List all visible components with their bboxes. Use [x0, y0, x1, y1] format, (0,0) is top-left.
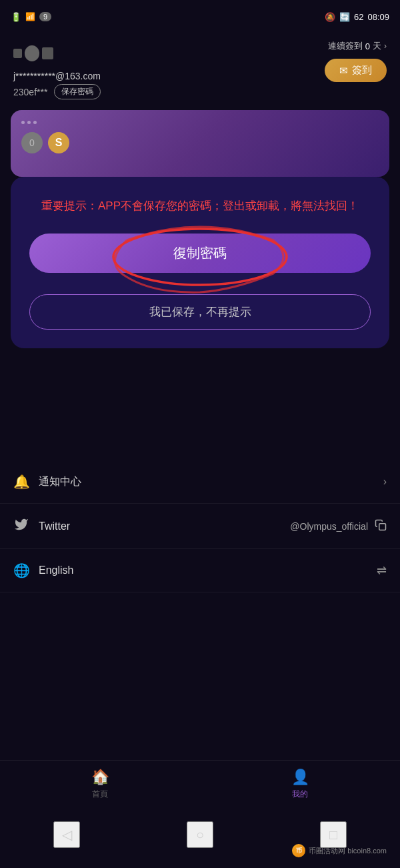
profile-label: 我的: [292, 789, 308, 800]
time-display: 08:09: [367, 12, 389, 22]
streak-row: 連續簽到 0 天 ›: [328, 40, 387, 52]
status-bar: 🔋 📶 9 🔕 🔄 62 08:09: [0, 0, 400, 33]
streak-unit: 天: [373, 40, 381, 52]
card-dot: [21, 121, 25, 124]
status-left: 🔋 📶 9: [11, 12, 51, 22]
language-menu-left: 🌐 English: [13, 562, 73, 578]
notification-menu-left: 🔔 通知中心: [13, 474, 81, 490]
notification-count: 9: [39, 12, 51, 21]
save-password-button[interactable]: 保存密碼: [54, 84, 101, 99]
bottom-nav: 🏠 首頁 👤 我的: [0, 760, 400, 808]
nav-profile[interactable]: 👤 我的: [200, 769, 400, 800]
sign-label: 簽到: [352, 64, 372, 77]
user-icon: 👤: [291, 769, 309, 786]
sign-in-button[interactable]: ✉ 簽到: [325, 59, 387, 82]
profile-code: 230ef***: [13, 87, 47, 97]
modal-warning-text: 重要提示：APP不會保存您的密碼；登出或卸載，將無法找回！: [29, 197, 371, 215]
card-icon-s: S: [48, 132, 69, 153]
twitter-icon: [13, 517, 29, 535]
language-menu-item[interactable]: 🌐 English ⇌: [0, 549, 400, 592]
watermark: 币 币圈活动网 bicoin8.com: [292, 844, 387, 857]
globe-icon: 🌐: [13, 562, 29, 578]
copy-icon: [375, 519, 387, 534]
sign-envelope-icon: ✉: [339, 65, 348, 77]
notification-label: 通知中心: [39, 475, 81, 489]
switch-icon: ⇌: [377, 563, 387, 578]
status-right: 🔕 🔄 62 08:09: [325, 12, 389, 22]
nav-home[interactable]: 🏠 首頁: [0, 769, 200, 800]
twitter-menu-left: Twitter: [13, 517, 70, 535]
modal: 重要提示：APP不會保存您的密碼；登出或卸載，將無法找回！ 復制密碼 我已保存，…: [11, 177, 389, 348]
profile-left: j***********@163.com 230ef*** 保存密碼: [13, 40, 101, 99]
avatar-row: [13, 40, 101, 67]
bell-icon: 🔔: [13, 474, 29, 490]
card-area: 0 S: [11, 110, 389, 177]
twitter-menu-right: @Olympus_official: [290, 519, 387, 534]
card-dots: [21, 121, 379, 124]
notification-menu-item[interactable]: 🔔 通知中心 ›: [0, 460, 400, 504]
watermark-text: 币圈活动网 bicoin8.com: [309, 846, 387, 856]
streak-number: 0: [365, 41, 370, 51]
home-button[interactable]: ○: [187, 821, 213, 848]
card-icon-zero: 0: [21, 132, 43, 153]
twitter-handle: @Olympus_official: [290, 521, 368, 532]
copy-button-container: 復制密碼: [29, 234, 371, 284]
notification-menu-right: ›: [383, 476, 387, 488]
twitter-menu-item[interactable]: Twitter @Olympus_official: [0, 504, 400, 549]
streak-label: 連續簽到: [328, 40, 363, 52]
home-label: 首頁: [92, 789, 108, 800]
wifi-icon: 📶: [25, 12, 35, 21]
ring-icon: 🔄: [339, 12, 350, 22]
profile-section: j***********@163.com 230ef*** 保存密碼 連續簽到 …: [0, 33, 400, 110]
back-button[interactable]: ◁: [53, 821, 80, 848]
system-nav: ◁ ○ □ 币 币圈活动网 bicoin8.com: [0, 808, 400, 868]
watermark-coin: 币: [292, 844, 305, 857]
sim-icon: 🔋: [11, 12, 21, 22]
card-dot: [27, 121, 31, 124]
profile-code-row: 230ef*** 保存密碼: [13, 84, 101, 99]
streak-chevron-icon: ›: [384, 41, 387, 51]
chevron-right-icon: ›: [383, 476, 387, 488]
avatar: [13, 40, 53, 67]
svg-rect-1: [379, 523, 386, 530]
card-icons-row: 0 S: [21, 132, 379, 153]
copy-password-button[interactable]: 復制密碼: [29, 234, 371, 273]
profile-email: j***********@163.com: [13, 71, 101, 81]
home-icon: 🏠: [91, 769, 109, 786]
language-menu-right: ⇌: [377, 563, 387, 578]
battery-level: 62: [354, 12, 363, 22]
menu-section: 🔔 通知中心 › Twitter @Olympus_official: [0, 460, 400, 592]
card-dot: [33, 121, 37, 124]
language-label: English: [39, 564, 73, 576]
profile-right: 連續簽到 0 天 › ✉ 簽到: [325, 40, 387, 82]
twitter-label: Twitter: [39, 520, 70, 532]
no-remind-button[interactable]: 我已保存，不再提示: [29, 294, 371, 330]
mute-icon: 🔕: [325, 12, 335, 22]
